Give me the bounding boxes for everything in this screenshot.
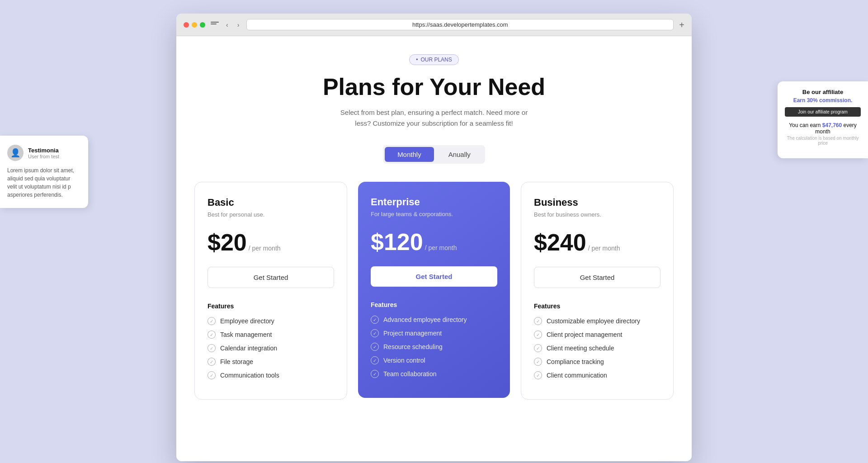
basic-plan-name: Basic (208, 197, 334, 208)
annually-toggle-button[interactable]: Anually (436, 147, 483, 162)
url-bar[interactable]: https://saas.developertemplates.com (246, 19, 674, 30)
sidebar-toggle-icon[interactable] (211, 22, 219, 28)
list-item: ✓ Calendar integration (208, 344, 334, 352)
affiliate-earn-note: The calculation is based on monthly pric… (785, 136, 861, 146)
list-item: ✓ Client communication (534, 371, 660, 379)
business-plan-name: Business (534, 197, 660, 208)
testimonial-role: User from test (28, 154, 59, 159)
check-icon: ✓ (208, 344, 216, 352)
business-features-label: Features (534, 302, 660, 310)
list-item: ✓ Project management (371, 329, 497, 337)
check-icon: ✓ (208, 317, 216, 325)
list-item: ✓ Client meeting schedule (534, 344, 660, 352)
new-tab-button[interactable]: + (679, 20, 684, 29)
check-icon: ✓ (534, 358, 542, 366)
enterprise-plan-name: Enterprise (371, 196, 497, 208)
list-item: ✓ Customizable employee directory (534, 317, 660, 325)
basic-plan-price: $20 / per month (208, 231, 334, 254)
check-icon: ✓ (534, 344, 542, 352)
check-icon: ✓ (208, 371, 216, 379)
traffic-lights (184, 22, 205, 28)
affiliate-commission: Earn 30% commission. (785, 97, 861, 104)
affiliate-headline: Be our affiliate (785, 89, 861, 95)
forward-button[interactable]: › (236, 20, 241, 29)
check-icon: ✓ (371, 343, 379, 351)
check-icon: ✓ (371, 356, 379, 364)
business-price-period: / per month (588, 245, 620, 252)
browser-window: ‹ › https://saas.developertemplates.com … (176, 14, 692, 461)
basic-features-list: ✓ Employee directory ✓ Task management ✓… (208, 317, 334, 379)
basic-plan-card: Basic Best for personal use. $20 / per m… (194, 182, 347, 400)
check-icon: ✓ (371, 329, 379, 337)
join-affiliate-button[interactable]: Join our affiliate program (785, 107, 861, 117)
affiliate-sidebar: Be our affiliate Earn 30% commission. Jo… (778, 81, 868, 158)
list-item: ✓ Task management (208, 331, 334, 339)
close-button[interactable] (184, 22, 189, 28)
business-features-list: ✓ Customizable employee directory ✓ Clie… (534, 317, 660, 379)
enterprise-plan-card: Enterprise For large teams & corporation… (358, 182, 510, 398)
back-button[interactable]: ‹ (224, 20, 230, 29)
section-badge: OUR PLANS (409, 54, 459, 65)
basic-price-amount: $20 (208, 231, 247, 254)
business-get-started-button[interactable]: Get Started (534, 267, 660, 288)
enterprise-features-label: Features (371, 301, 497, 308)
check-icon: ✓ (534, 331, 542, 339)
basic-features-label: Features (208, 302, 334, 310)
check-icon: ✓ (371, 370, 379, 378)
business-plan-desc: Best for business owners. (534, 211, 660, 218)
check-icon: ✓ (208, 358, 216, 366)
list-item: ✓ Client project management (534, 331, 660, 339)
business-price-amount: $240 (534, 231, 586, 254)
browser-toolbar: ‹ › https://saas.developertemplates.com … (176, 14, 692, 36)
enterprise-price-period: / per month (425, 244, 457, 251)
enterprise-price-amount: $120 (371, 230, 423, 254)
monthly-toggle-button[interactable]: Monthly (385, 147, 434, 162)
page-subtitle: Select from best plan, ensuring a perfec… (335, 107, 533, 129)
basic-get-started-button[interactable]: Get Started (208, 267, 334, 288)
basic-price-period: / per month (249, 245, 281, 252)
list-item: ✓ Resource scheduling (371, 343, 497, 351)
enterprise-plan-price: $120 / per month (371, 230, 497, 254)
affiliate-earn-text: You can earn $47,760 every month (785, 122, 861, 135)
business-plan-price: $240 / per month (534, 231, 660, 254)
list-item: ✓ File storage (208, 358, 334, 366)
check-icon: ✓ (208, 331, 216, 339)
page-title: Plans for Your Need (323, 74, 545, 100)
business-plan-card: Business Best for business owners. $240 … (521, 182, 674, 400)
check-icon: ✓ (534, 371, 542, 379)
enterprise-plan-desc: For large teams & corporations. (371, 211, 497, 217)
check-icon: ✓ (371, 316, 379, 324)
list-item: ✓ Team collaboration (371, 370, 497, 378)
testimonial-sidebar: 👤 Testimonia User from test Lorem ipsum … (0, 136, 88, 208)
affiliate-earn-amount: $47,760 (822, 122, 842, 128)
plans-grid: Basic Best for personal use. $20 / per m… (194, 182, 674, 400)
enterprise-features-list: ✓ Advanced employee directory ✓ Project … (371, 316, 497, 378)
list-item: ✓ Version control (371, 356, 497, 364)
testimonial-text: Lorem ipsum dolor sit amet, aliquid sed … (7, 166, 81, 199)
maximize-button[interactable] (200, 22, 205, 28)
billing-toggle: Monthly Anually (383, 145, 485, 164)
list-item: ✓ Employee directory (208, 317, 334, 325)
enterprise-get-started-button[interactable]: Get Started (371, 266, 497, 287)
list-item: ✓ Advanced employee directory (371, 316, 497, 324)
browser-content: OUR PLANS Plans for Your Need Select fro… (176, 36, 692, 461)
check-icon: ✓ (534, 317, 542, 325)
testimonial-header: 👤 Testimonia User from test (7, 145, 81, 161)
minimize-button[interactable] (192, 22, 197, 28)
basic-plan-desc: Best for personal use. (208, 211, 334, 218)
list-item: ✓ Compliance tracking (534, 358, 660, 366)
avatar: 👤 (7, 145, 24, 161)
testimonial-name: Testimonia (28, 147, 59, 154)
list-item: ✓ Communication tools (208, 371, 334, 379)
